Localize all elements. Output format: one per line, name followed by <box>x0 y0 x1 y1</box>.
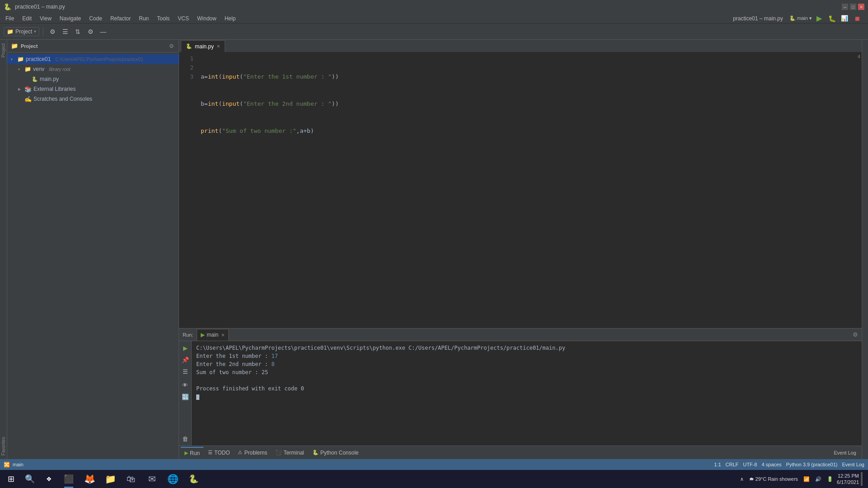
menu-tools[interactable]: Tools <box>153 14 173 23</box>
taskbar-edge-btn[interactable]: 🦊 <box>80 470 99 488</box>
bottom-tab-terminal-label: Terminal <box>283 450 304 456</box>
close-button[interactable]: ✕ <box>858 4 864 10</box>
python-console-icon: 🐍 <box>312 450 319 455</box>
menu-edit[interactable]: Edit <box>19 14 35 23</box>
run-filter-btn[interactable]: 👁 <box>180 380 190 390</box>
project-dropdown-arrow: ▾ <box>34 29 36 34</box>
task-view-button[interactable]: ❖ <box>40 470 58 488</box>
project-panel-settings[interactable]: ⚙ <box>168 42 175 50</box>
statusbar-line-col[interactable]: 1:1 <box>714 462 721 467</box>
menu-refactor[interactable]: Refactor <box>107 14 134 23</box>
weather-temp: 29°C <box>755 476 767 482</box>
bottom-tab-python-console[interactable]: 🐍 Python Console <box>309 447 363 459</box>
statusbar-indent[interactable]: 4 spaces <box>762 462 782 467</box>
tab-file-icon: 🐍 <box>186 43 192 49</box>
run-scroll-btn[interactable]: ☰ <box>180 366 190 376</box>
project-dropdown[interactable]: 📁 Project ▾ <box>4 27 39 36</box>
statusbar-crlf[interactable]: CRLF <box>726 462 739 467</box>
start-button[interactable]: ⊞ <box>2 470 20 488</box>
tree-item-scratches[interactable]: ✍ Scratches and Consoles <box>7 94 179 104</box>
toolbar-minimize-btn[interactable]: — <box>98 26 108 37</box>
menu-view[interactable]: View <box>36 14 55 23</box>
run-tab-icon: ▶ <box>201 332 205 338</box>
run-panel-settings-btn[interactable]: ⚙ <box>853 331 858 338</box>
taskbar-weather[interactable]: 🌧 29°C Rain showers <box>747 476 800 482</box>
tab-mainpy[interactable]: 🐍 main.py ✕ <box>181 40 225 52</box>
bottom-tab-todo[interactable]: ☰ TODO <box>204 447 233 459</box>
toolbar-sort-btn[interactable]: ⇅ <box>72 26 83 37</box>
tree-item-mainpy[interactable]: 🐍 main.py <box>7 74 179 84</box>
tree-arrow-practice01: ▾ <box>11 57 15 61</box>
weather-desc: Rain showers <box>768 476 798 482</box>
show-desktop-btn[interactable] <box>861 472 863 486</box>
tab-close-mainpy[interactable]: ✕ <box>217 44 220 49</box>
code-content[interactable]: a=int(input("Enter the 1st number : ")) … <box>197 52 856 328</box>
menu-window[interactable]: Window <box>193 14 220 23</box>
statusbar: 🔀 main 1:1 CRLF UTF-8 4 spaces Python 3.… <box>0 459 868 470</box>
taskbar-chevron[interactable]: ∧ <box>738 476 745 482</box>
toolbar-gear-btn[interactable]: ⚙ <box>85 26 96 37</box>
statusbar-encoding[interactable]: UTF-8 <box>743 462 757 467</box>
run-pin-btn[interactable]: 📌 <box>180 355 190 365</box>
branch-indicator: 🐍 main ▾ <box>789 15 812 21</box>
run-output[interactable]: C:\Users\APEL\PycharmProjects\practice01… <box>192 341 862 446</box>
toolbar-list-btn[interactable]: ☰ <box>60 26 71 37</box>
run-structure-btn[interactable]: 🔣 <box>180 392 190 402</box>
titlebar: 🐍 practice01 – main.py – □ ✕ <box>0 0 868 14</box>
battery-icon: 🔋 <box>827 476 833 482</box>
run-tab-main[interactable]: ▶ main ✕ <box>197 329 229 341</box>
run-delete-btn[interactable]: 🗑 <box>180 434 190 444</box>
sidebar-label-favorites[interactable]: Favorites <box>0 433 7 459</box>
bottom-tab-run[interactable]: ▶ Run <box>181 447 203 459</box>
titlebar-left: 🐍 practice01 – main.py <box>4 3 65 10</box>
sidebar-label-project[interactable]: Project <box>0 40 7 61</box>
taskbar-store-btn[interactable]: 🛍 <box>121 470 141 488</box>
run-rerun-btn[interactable]: ▶ <box>180 343 190 353</box>
run-panel: Run: ▶ main ✕ ⚙ ▶ 📌 ☰ 👁 🔣 <box>179 328 862 446</box>
tree-label-external-libs: External Libraries <box>33 86 75 92</box>
bottom-tabs: ▶ Run ☰ TODO ⚠ Problems ⬛ Terminal 🐍 <box>179 446 862 459</box>
right-gutter: 4 <box>856 52 862 328</box>
taskbar-windows-btn[interactable]: ⬛ <box>59 470 79 488</box>
tree-label-mainpy: main.py <box>40 76 59 82</box>
taskbar-chrome-btn[interactable]: 🌐 <box>163 470 183 488</box>
menu-help[interactable]: Help <box>221 14 240 23</box>
run-button[interactable]: ▶ <box>814 13 825 24</box>
taskbar-network[interactable]: 📶 <box>802 476 811 482</box>
tree-item-venv[interactable]: ▾ 📁 venv library root <box>7 64 179 74</box>
taskbar-sound[interactable]: 🔊 <box>813 476 823 482</box>
venv-folder-icon: 📁 <box>24 66 31 72</box>
tree-item-external-libs[interactable]: ▶ 📚 External Libraries <box>7 84 179 94</box>
stop-button[interactable]: ⏹ <box>852 13 863 24</box>
taskbar-pycharm-btn[interactable]: 🐍 <box>184 470 203 488</box>
run-panel-header: Run: ▶ main ✕ ⚙ <box>179 328 862 341</box>
statusbar-event-log[interactable]: Event Log <box>842 462 864 467</box>
tree-arrow-venv: ▾ <box>18 67 23 71</box>
menu-vcs[interactable]: VCS <box>174 14 193 23</box>
project-label: Project <box>15 28 32 35</box>
line-num-3: 3 <box>179 72 193 81</box>
menu-run[interactable]: Run <box>135 14 152 23</box>
taskbar-battery[interactable]: 🔋 <box>825 476 835 482</box>
taskbar-mail-btn[interactable]: ✉ <box>142 470 162 488</box>
statusbar-branch: main <box>13 462 24 467</box>
menu-navigate[interactable]: Navigate <box>56 14 85 23</box>
menu-code[interactable]: Code <box>85 14 106 23</box>
taskbar-explorer-btn[interactable]: 📁 <box>100 470 120 488</box>
event-log-btn[interactable]: Event Log <box>830 450 860 455</box>
restore-button[interactable]: □ <box>850 4 856 10</box>
code-editor[interactable]: 1 2 3 a=int(input("Enter the 1st number … <box>179 52 856 328</box>
minimize-button[interactable]: – <box>842 4 848 10</box>
tree-path-practice01: C:\Users\APEL\PycharmProjects\practice01 <box>55 57 143 62</box>
run-tab-close[interactable]: ✕ <box>221 333 225 338</box>
bottom-tab-terminal[interactable]: ⬛ Terminal <box>272 447 307 459</box>
profile-button[interactable]: 📊 <box>839 13 850 24</box>
taskbar-clock[interactable]: 12:25 PM 6/17/2021 <box>837 473 859 485</box>
search-button[interactable]: 🔍 <box>21 470 39 488</box>
tree-item-practice01[interactable]: ▾ 📁 practice01 C:\Users\APEL\PycharmProj… <box>7 54 179 64</box>
menu-file[interactable]: File <box>2 14 18 23</box>
statusbar-python-ver[interactable]: Python 3.9 (practice01) <box>786 462 838 467</box>
bottom-tab-problems[interactable]: ⚠ Problems <box>234 447 271 459</box>
debug-button[interactable]: 🐛 <box>826 13 837 24</box>
toolbar-settings-btn[interactable]: ⚙ <box>47 26 58 37</box>
